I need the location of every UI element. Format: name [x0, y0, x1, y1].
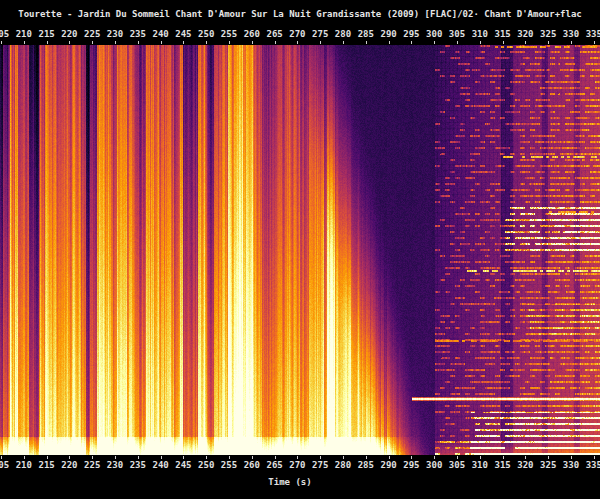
- tick-mark: [206, 456, 207, 459]
- tick-mark: [138, 456, 139, 459]
- tick-label-265: 265: [266, 29, 282, 39]
- tick-label-275: 275: [312, 29, 328, 39]
- tick-label-225: 225: [84, 460, 100, 470]
- tick-mark: [571, 41, 572, 44]
- tick-mark: [275, 41, 276, 44]
- tick-mark: [183, 456, 184, 459]
- tick-label-260: 260: [244, 460, 260, 470]
- tick-mark: [92, 456, 93, 459]
- tick-mark: [343, 456, 344, 459]
- tick-mark: [161, 456, 162, 459]
- tick-mark: [389, 41, 390, 44]
- tick-mark: [47, 456, 48, 459]
- tick-mark: [457, 41, 458, 44]
- tick-label-230: 230: [107, 460, 123, 470]
- tick-mark: [343, 41, 344, 44]
- spectrogram-window: Tourette - Jardin Du Sommeil Chant D'Amo…: [0, 0, 600, 499]
- tick-label-245: 245: [175, 460, 191, 470]
- tick-mark: [24, 41, 25, 44]
- tick-label-285: 285: [358, 29, 374, 39]
- tick-label-215: 215: [38, 460, 54, 470]
- tick-mark: [503, 41, 504, 44]
- tick-label-285: 285: [358, 460, 374, 470]
- tick-label-205: 205: [0, 460, 9, 470]
- tick-label-315: 315: [494, 29, 510, 39]
- tick-label-315: 315: [494, 460, 510, 470]
- tick-label-250: 250: [198, 29, 214, 39]
- tick-mark: [457, 456, 458, 459]
- tick-label-295: 295: [403, 460, 419, 470]
- tick-label-300: 300: [426, 29, 442, 39]
- tick-mark: [206, 41, 207, 44]
- tick-mark: [548, 41, 549, 44]
- tick-mark: [389, 456, 390, 459]
- tick-label-335: 335: [586, 29, 600, 39]
- tick-label-290: 290: [380, 29, 396, 39]
- tick-mark: [434, 41, 435, 44]
- tick-label-300: 300: [426, 460, 442, 470]
- tick-mark: [183, 41, 184, 44]
- tick-mark: [594, 41, 595, 44]
- tick-label-335: 335: [586, 460, 600, 470]
- tick-label-325: 325: [540, 29, 556, 39]
- tick-label-305: 305: [449, 29, 465, 39]
- tick-label-205: 205: [0, 29, 9, 39]
- tick-mark: [297, 456, 298, 459]
- tick-mark: [1, 41, 2, 44]
- tick-label-290: 290: [380, 460, 396, 470]
- tick-mark: [503, 456, 504, 459]
- tick-mark: [594, 456, 595, 459]
- tick-label-220: 220: [61, 29, 77, 39]
- tick-mark: [229, 456, 230, 459]
- tick-label-260: 260: [244, 29, 260, 39]
- tick-mark: [366, 456, 367, 459]
- tick-label-330: 330: [563, 460, 579, 470]
- tick-mark: [275, 456, 276, 459]
- tick-mark: [24, 456, 25, 459]
- tick-label-325: 325: [540, 460, 556, 470]
- tick-mark: [434, 456, 435, 459]
- tick-label-320: 320: [517, 460, 533, 470]
- tick-label-305: 305: [449, 460, 465, 470]
- tick-label-310: 310: [472, 29, 488, 39]
- tick-mark: [320, 456, 321, 459]
- tick-mark: [161, 41, 162, 44]
- tick-label-270: 270: [289, 460, 305, 470]
- spectrogram-canvas: [0, 45, 600, 455]
- tick-mark: [252, 41, 253, 44]
- tick-label-270: 270: [289, 29, 305, 39]
- time-axis-label: Time (s): [268, 477, 311, 487]
- tick-label-230: 230: [107, 29, 123, 39]
- tick-mark: [1, 456, 2, 459]
- tick-mark: [138, 41, 139, 44]
- tick-label-265: 265: [266, 460, 282, 470]
- tick-label-245: 245: [175, 29, 191, 39]
- tick-mark: [525, 41, 526, 44]
- tick-label-210: 210: [16, 29, 32, 39]
- tick-label-280: 280: [335, 460, 351, 470]
- tick-mark: [115, 456, 116, 459]
- tick-mark: [480, 456, 481, 459]
- tick-mark: [480, 41, 481, 44]
- tick-mark: [571, 456, 572, 459]
- tick-label-295: 295: [403, 29, 419, 39]
- tick-mark: [47, 41, 48, 44]
- time-axis-bottom: 2052102152202252302352402452502552602652…: [0, 455, 600, 471]
- tick-label-240: 240: [152, 460, 168, 470]
- tick-label-240: 240: [152, 29, 168, 39]
- tick-label-310: 310: [472, 460, 488, 470]
- tick-mark: [320, 41, 321, 44]
- tick-mark: [366, 41, 367, 44]
- tick-label-235: 235: [130, 460, 146, 470]
- tick-label-225: 225: [84, 29, 100, 39]
- tick-mark: [69, 456, 70, 459]
- tick-label-215: 215: [38, 29, 54, 39]
- tick-label-235: 235: [130, 29, 146, 39]
- tick-label-210: 210: [16, 460, 32, 470]
- tick-label-255: 255: [221, 460, 237, 470]
- tick-label-275: 275: [312, 460, 328, 470]
- tick-mark: [411, 456, 412, 459]
- tick-mark: [548, 456, 549, 459]
- tick-mark: [115, 41, 116, 44]
- tick-mark: [69, 41, 70, 44]
